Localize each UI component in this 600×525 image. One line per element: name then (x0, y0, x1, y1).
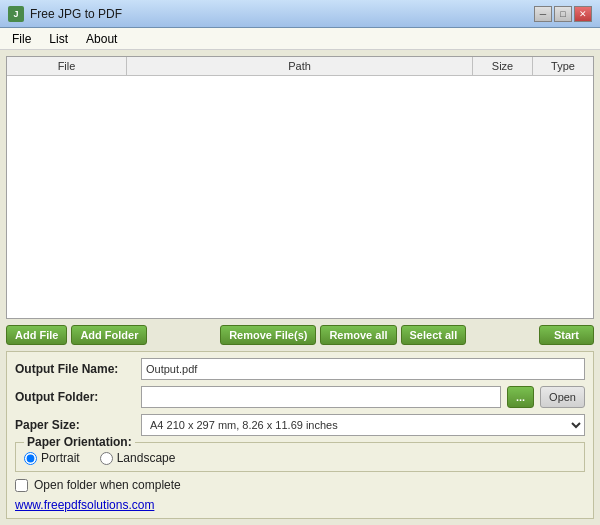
remove-files-button[interactable]: Remove File(s) (220, 325, 316, 345)
file-list-container: File Path Size Type (6, 56, 594, 319)
browse-button[interactable]: ... (507, 386, 534, 408)
select-all-button[interactable]: Select all (401, 325, 467, 345)
output-folder-input[interactable] (141, 386, 501, 408)
minimize-button[interactable]: ─ (534, 6, 552, 22)
open-folder-label: Open folder when complete (34, 478, 181, 492)
radio-group: Portrait Landscape (24, 447, 576, 465)
paper-orientation-group: Paper Orientation: Portrait Landscape (15, 442, 585, 472)
column-type: Type (533, 57, 593, 75)
portrait-option[interactable]: Portrait (24, 451, 80, 465)
remove-all-button[interactable]: Remove all (320, 325, 396, 345)
app-icon-letter: J (13, 9, 18, 19)
paper-size-select[interactable]: A4 210 x 297 mm, 8.26 x 11.69 inches A3 … (141, 414, 585, 436)
output-file-name-row: Output File Name: (15, 358, 585, 380)
file-list-body (7, 76, 593, 315)
start-button[interactable]: Start (539, 325, 594, 345)
portrait-radio[interactable] (24, 452, 37, 465)
website-link[interactable]: www.freepdfso​lutions.com (15, 498, 154, 512)
landscape-option[interactable]: Landscape (100, 451, 176, 465)
column-size: Size (473, 57, 533, 75)
title-bar-text: Free JPG to PDF (30, 7, 534, 21)
title-bar: J Free JPG to PDF ─ □ ✕ (0, 0, 600, 28)
file-list-header: File Path Size Type (7, 57, 593, 76)
open-folder-row: Open folder when complete (15, 478, 585, 492)
form-section: Output File Name: Output Folder: ... Ope… (6, 351, 594, 519)
open-button[interactable]: Open (540, 386, 585, 408)
close-button[interactable]: ✕ (574, 6, 592, 22)
menu-bar: File List About (0, 28, 600, 50)
column-path: Path (127, 57, 473, 75)
title-bar-buttons: ─ □ ✕ (534, 6, 592, 22)
column-file: File (7, 57, 127, 75)
add-folder-button[interactable]: Add Folder (71, 325, 147, 345)
website-link-container: www.freepdfso​lutions.com (15, 498, 585, 512)
open-folder-checkbox[interactable] (15, 479, 28, 492)
landscape-label: Landscape (117, 451, 176, 465)
toolbar-row: Add File Add Folder Remove File(s) Remov… (6, 325, 594, 345)
output-file-name-label: Output File Name: (15, 362, 135, 376)
menu-list[interactable]: List (41, 30, 76, 48)
landscape-radio[interactable] (100, 452, 113, 465)
paper-size-label: Paper Size: (15, 418, 135, 432)
main-content: File Path Size Type Add File Add Folder … (0, 50, 600, 525)
portrait-label: Portrait (41, 451, 80, 465)
output-file-name-input[interactable] (141, 358, 585, 380)
app-icon: J (8, 6, 24, 22)
add-file-button[interactable]: Add File (6, 325, 67, 345)
maximize-button[interactable]: □ (554, 6, 572, 22)
menu-about[interactable]: About (78, 30, 125, 48)
output-folder-row: Output Folder: ... Open (15, 386, 585, 408)
paper-size-row: Paper Size: A4 210 x 297 mm, 8.26 x 11.6… (15, 414, 585, 436)
output-folder-label: Output Folder: (15, 390, 135, 404)
paper-orientation-legend: Paper Orientation: (24, 435, 135, 449)
menu-file[interactable]: File (4, 30, 39, 48)
